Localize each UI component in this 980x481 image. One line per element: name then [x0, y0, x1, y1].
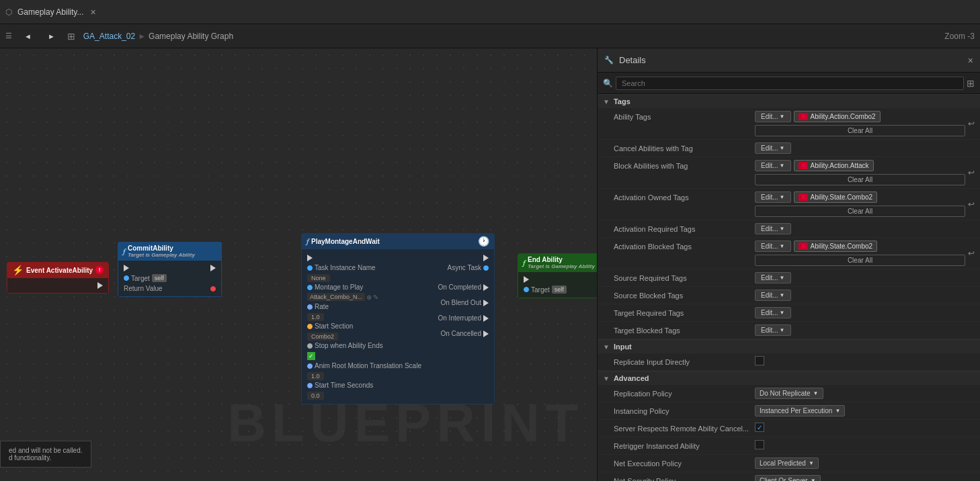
node-end-title: End Ability [528, 256, 595, 263]
prop-retrigger-instanced: Retrigger Instanced Ability [598, 437, 980, 455]
node-play-completed: On Completed [427, 282, 494, 292]
exec-pin-right [97, 282, 103, 289]
node-end-ability[interactable]: 𝑓 End Ability Target is Gameplay Ability… [518, 253, 597, 298]
block-abilities-label: Block Abilities with Tag [614, 160, 755, 170]
advanced-section-title: Advanced [614, 374, 649, 382]
tab-close[interactable]: × [90, 7, 95, 17]
details-wrench-icon: 🔧 [604, 56, 614, 64]
source-required-edit-btn[interactable]: Edit... ▼ [755, 272, 791, 283]
source-blocked-label: Source Blocked Tags [614, 290, 755, 300]
node-play-columns: Task Instance Name None Montage to Play … [302, 252, 494, 401]
section-tags-header[interactable]: ▼ Tags [598, 94, 980, 108]
node-play-montage[interactable]: 𝑓 PlayMontageAndWait 🕐 [301, 233, 495, 404]
prop-source-blocked-tags: Source Blocked Tags Edit... ▼ [598, 287, 980, 304]
details-panel: 🔧 Details × 🔍 ⊞ ▼ Tags Ability Tags Ed [597, 48, 980, 481]
replication-policy-dropdown[interactable]: Do Not Replicate ▼ [755, 388, 823, 399]
montage-edit-icon[interactable]: ✎ [373, 294, 378, 301]
block-abilities-clear-btn[interactable]: Clear All [755, 174, 965, 185]
activation-owned-clear-btn[interactable]: Clear All [755, 206, 965, 217]
activation-required-edit-btn[interactable]: Edit... ▼ [755, 223, 791, 234]
hamburger-icon[interactable]: ☰ [5, 32, 12, 40]
node-play-async: Async Task [427, 263, 494, 273]
blendout-pin [483, 300, 489, 306]
node-play-outputs: Async Task On Completed On Blend Out [427, 252, 494, 401]
prop-server-respects: Server Respects Remote Ability Cancel... [598, 420, 980, 437]
activation-owned-reset[interactable]: ↩ [968, 200, 975, 209]
activation-blocked-reset[interactable]: ↩ [968, 249, 975, 258]
net-security-dropdown[interactable]: Client Or Server ▼ [755, 475, 821, 481]
tgt-blocked-chevron: ▼ [780, 327, 785, 333]
layout-grid-icon[interactable]: ⊞ [967, 78, 975, 89]
end-target-pin [524, 287, 529, 292]
section-pin [307, 324, 313, 329]
activation-blocked-row: Edit... ▼ ✕ Ability.State.Combo2 [755, 240, 965, 252]
ability-tags-edit-btn[interactable]: Edit... ▼ [755, 111, 791, 122]
target-required-label: Target Required Tags [614, 307, 755, 317]
node-end-subtitle: Target is Gameplay Ability [528, 263, 595, 269]
details-search-input[interactable] [616, 77, 964, 90]
prop-activation-owned-tags: Activation Owned Tags Edit... ▼ ✕ Abilit… [598, 189, 980, 220]
details-close-btn[interactable]: × [968, 55, 973, 66]
activation-blocked-remove-0[interactable]: ✕ [799, 243, 808, 250]
retrigger-instanced-value [755, 440, 975, 449]
nav-fwd-btn[interactable]: ► [44, 31, 59, 42]
replicate-input-value [755, 356, 975, 365]
node-play-task-val: None [302, 273, 427, 282]
node-commit-return: Return Value [118, 283, 221, 294]
block-abilities-chip-label-0: Ability.Action.Attack [811, 162, 869, 169]
node-commit-ability[interactable]: 𝑓 CommitAbility Target is Gameplay Abili… [118, 242, 222, 297]
blueprint-canvas[interactable]: ⚡ Event ActivateAbility ! 𝑓 CommitAbilit… [0, 48, 597, 481]
ability-tags-reset[interactable]: ↩ [968, 119, 975, 128]
block-abilities-container: Edit... ▼ ✕ Ability.Action.Attack Clear … [755, 160, 965, 185]
prop-source-required-tags: Source Required Tags Edit... ▼ [598, 269, 980, 287]
node-play-task-name: Task Instance Name [302, 263, 427, 273]
advanced-collapse-arrow: ▼ [603, 375, 610, 382]
montage-browse-icon[interactable]: ⊕ [366, 294, 372, 301]
node-commit-subtitle: Target is Gameplay Ability [128, 252, 195, 258]
block-abilities-remove-0[interactable]: ✕ [799, 162, 808, 169]
instancing-policy-value: Instanced Per Execution ▼ [755, 405, 975, 417]
cancel-abilities-value: Edit... ▼ [755, 142, 975, 154]
play-exec-in [307, 255, 313, 261]
node-play-interrupted: On Interrupted [427, 313, 494, 323]
server-respects-checkbox[interactable] [755, 423, 764, 432]
breadcrumb-root[interactable]: GA_Attack_02 [83, 32, 135, 41]
replicate-input-checkbox[interactable] [755, 356, 764, 365]
server-respects-label: Server Respects Remote Ability Cancel... [614, 423, 755, 433]
montage-pin [307, 285, 313, 290]
target-blocked-edit-btn[interactable]: Edit... ▼ [755, 324, 791, 336]
section-input-header[interactable]: ▼ Input [598, 339, 980, 353]
nav-back-btn[interactable]: ◄ [20, 31, 36, 42]
cancel-abilities-edit-btn[interactable]: Edit... ▼ [755, 142, 791, 154]
target-required-value: Edit... ▼ [755, 307, 975, 318]
activation-owned-container: Edit... ▼ ✕ Ability.State.Combo2 Clear A… [755, 191, 965, 217]
activation-blocked-clear-btn[interactable]: Clear All [755, 255, 965, 266]
section-advanced-header[interactable]: ▼ Advanced [598, 371, 980, 385]
target-required-edit-btn[interactable]: Edit... ▼ [755, 307, 791, 318]
search-icon: 🔍 [603, 79, 613, 88]
grid-btn[interactable]: ⊞ [67, 31, 75, 42]
edit-chevron: ▼ [780, 114, 785, 120]
exec-in-pin [124, 265, 129, 271]
node-event-activate[interactable]: ⚡ Event ActivateAbility ! [7, 262, 109, 294]
prop-net-security-policy: Net Security Policy Client Or Server ▼ [598, 472, 980, 481]
block-abilities-edit-btn[interactable]: Edit... ▼ [755, 160, 791, 171]
details-title: Details [619, 55, 963, 65]
activation-owned-remove-0[interactable]: ✕ [799, 193, 808, 201]
prop-cancel-abilities: Cancel Abilities with Tag Edit... ▼ [598, 140, 980, 157]
instancing-policy-dropdown[interactable]: Instanced Per Execution ▼ [755, 405, 845, 417]
return-pin [210, 286, 216, 292]
zoom-label: Zoom -3 [944, 32, 975, 41]
block-edit-chevron: ▼ [780, 163, 785, 169]
source-blocked-edit-btn[interactable]: Edit... ▼ [755, 290, 791, 301]
activation-owned-edit-btn[interactable]: Edit... ▼ [755, 191, 791, 203]
retrigger-instanced-checkbox[interactable] [755, 440, 764, 449]
activation-required-label: Activation Required Tags [614, 223, 755, 233]
activation-blocked-edit-btn[interactable]: Edit... ▼ [755, 240, 791, 252]
ability-tags-remove-0[interactable]: ✕ [799, 113, 808, 120]
block-abilities-reset[interactable]: ↩ [968, 168, 975, 177]
node-commit-header: 𝑓 CommitAbility Target is Gameplay Abili… [118, 242, 222, 261]
net-execution-dropdown[interactable]: Local Predicted ▼ [755, 457, 819, 469]
node-play-title: PlayMontageAndWait [311, 238, 380, 245]
ability-tags-clear-btn[interactable]: Clear All [755, 125, 965, 136]
